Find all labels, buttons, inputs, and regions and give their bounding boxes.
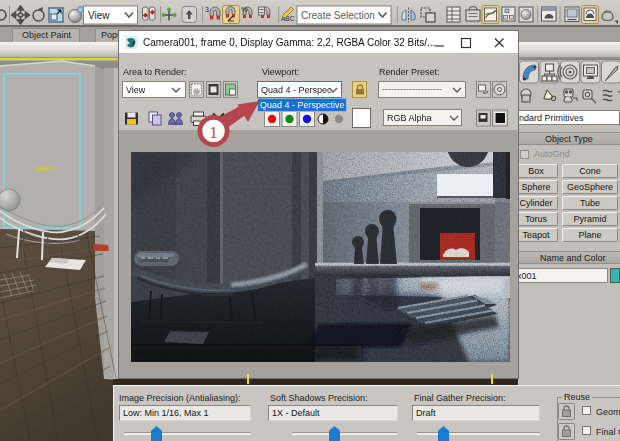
svg-text:3: 3 — [205, 6, 209, 13]
svg-text:1: 1 — [209, 123, 218, 142]
svg-text:View: View — [88, 10, 110, 21]
svg-text:%: % — [241, 5, 248, 14]
